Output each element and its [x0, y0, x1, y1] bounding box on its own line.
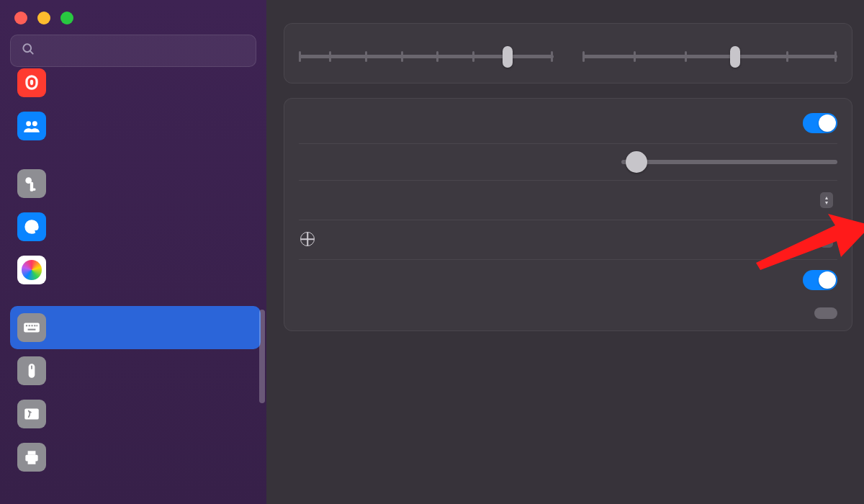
- trackpad-icon: [17, 400, 46, 428]
- svg-rect-9: [26, 325, 27, 326]
- press-globe-key-popup[interactable]: ▴▾: [807, 230, 837, 249]
- chevron-up-down-icon: ▴▾: [820, 192, 833, 208]
- sidebar: [0, 0, 266, 504]
- svg-rect-8: [24, 323, 40, 333]
- svg-rect-6: [30, 189, 36, 191]
- svg-rect-10: [29, 325, 30, 326]
- search-input[interactable]: [42, 42, 246, 59]
- main-content: ▴▾ ▴▾: [266, 0, 864, 504]
- minimize-window-icon[interactable]: [37, 12, 50, 24]
- key-icon: [17, 169, 46, 198]
- sidebar-item-internet-accounts[interactable]: [10, 205, 261, 248]
- zoom-window-icon[interactable]: [60, 12, 73, 24]
- press-globe-key-label: [299, 232, 316, 248]
- svg-rect-20: [28, 459, 36, 464]
- sidebar-item-trackpad[interactable]: [10, 392, 261, 436]
- sidebar-item-game-center[interactable]: [10, 248, 261, 292]
- globe-icon: [300, 232, 315, 246]
- sidebar-item-passwords[interactable]: [10, 162, 261, 205]
- svg-line-1: [30, 51, 33, 54]
- sidebar-item-touch-id[interactable]: [10, 68, 261, 104]
- mouse-icon: [17, 356, 46, 385]
- sidebar-list: [0, 68, 266, 479]
- game-center-icon: [17, 256, 46, 284]
- users-icon: [17, 112, 46, 140]
- keyboard-shortcuts-button[interactable]: [814, 307, 837, 319]
- svg-rect-11: [31, 325, 32, 326]
- key-repeat-card: [284, 23, 852, 84]
- sidebar-item-mouse[interactable]: [10, 349, 261, 392]
- svg-rect-19: [28, 451, 36, 454]
- sidebar-item-keyboard[interactable]: [10, 306, 261, 349]
- at-sign-icon: [17, 212, 46, 241]
- keyboard-navigation-toggle[interactable]: [803, 270, 837, 290]
- keyboard-settings-card: ▴▾ ▴▾: [284, 98, 852, 331]
- svg-rect-17: [24, 408, 39, 419]
- chevron-up-down-icon: ▴▾: [820, 232, 833, 248]
- delay-until-repeat-slider[interactable]: [582, 48, 837, 66]
- svg-rect-12: [34, 325, 35, 326]
- sidebar-scrollbar[interactable]: [259, 310, 265, 403]
- page-title: [284, 3, 852, 23]
- svg-point-3: [32, 121, 37, 126]
- backlight-off-inactivity-popup[interactable]: ▴▾: [807, 191, 837, 210]
- svg-rect-16: [31, 365, 32, 369]
- fingerprint-icon: [17, 68, 46, 97]
- sidebar-item-printers-scanners[interactable]: [10, 436, 261, 479]
- svg-rect-13: [37, 325, 38, 326]
- keyboard-brightness-slider[interactable]: [621, 154, 837, 170]
- adjust-brightness-low-light-toggle[interactable]: [803, 113, 837, 133]
- svg-rect-14: [28, 329, 36, 330]
- search-field[interactable]: [10, 35, 256, 67]
- search-icon: [21, 42, 35, 60]
- printer-icon: [17, 443, 46, 472]
- window-controls: [0, 6, 266, 35]
- key-repeat-rate-slider[interactable]: [299, 48, 554, 66]
- keyboard-icon: [17, 313, 46, 342]
- close-window-icon[interactable]: [14, 12, 27, 24]
- svg-point-2: [26, 121, 31, 126]
- sidebar-item-users-groups[interactable]: [10, 104, 261, 148]
